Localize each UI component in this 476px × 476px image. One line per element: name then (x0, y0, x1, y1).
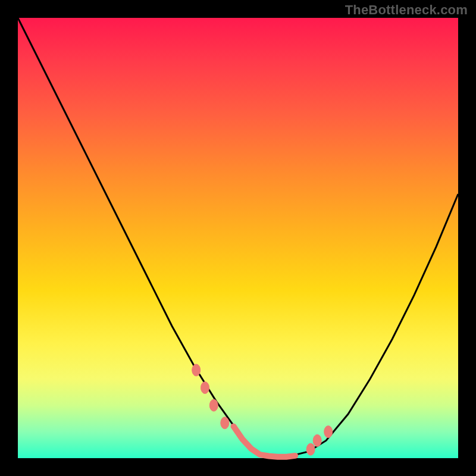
marker-group (192, 364, 333, 457)
chart-plot-area (18, 18, 458, 458)
curve-marker (209, 399, 218, 411)
chart-frame: TheBottleneck.com (0, 0, 476, 476)
curve-marker (201, 382, 209, 394)
curve-marker (306, 443, 315, 455)
curve-line (18, 18, 458, 456)
bottleneck-curve (18, 18, 458, 456)
curve-marker (324, 426, 333, 438)
curve-marker (221, 417, 229, 429)
curve-marker (192, 364, 201, 376)
curve-marker (313, 434, 321, 446)
chart-svg (18, 18, 458, 458)
watermark-label: TheBottleneck.com (345, 2, 468, 18)
valley-highlight (234, 427, 296, 457)
